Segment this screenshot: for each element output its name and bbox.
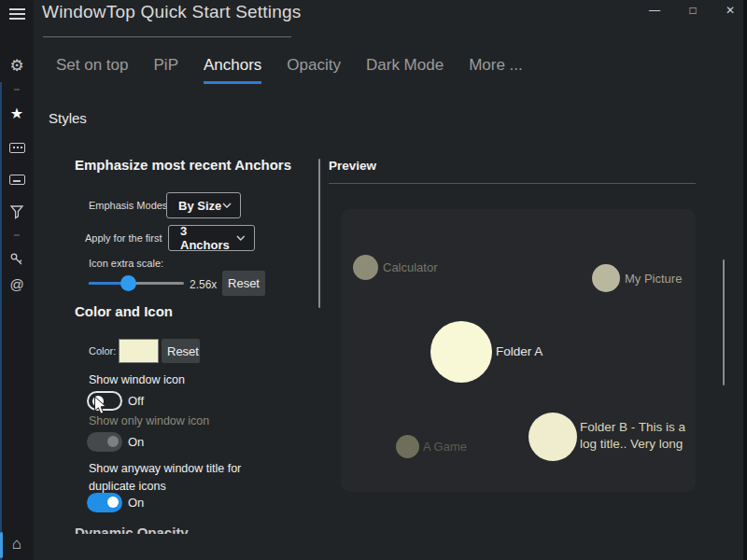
apply-first-value: 3 Anchors bbox=[180, 224, 236, 252]
emphasis-mode-value: By Size bbox=[178, 199, 221, 213]
anchor-circle bbox=[353, 255, 378, 280]
window-right-edge bbox=[743, 0, 747, 560]
show-window-icon-label: Show window icon bbox=[89, 373, 185, 386]
anchor-label: A Game bbox=[423, 440, 467, 454]
page-title: Styles bbox=[49, 110, 87, 126]
icon-scale-slider-thumb[interactable] bbox=[120, 275, 136, 291]
filter-icon[interactable] bbox=[0, 204, 34, 223]
gear-icon[interactable]: ⚙ bbox=[0, 56, 34, 76]
right-scrollbar-thumb[interactable] bbox=[723, 259, 725, 385]
tab-more[interactable]: More ... bbox=[469, 56, 523, 84]
mouse-cursor bbox=[93, 396, 108, 420]
keyboard-icon[interactable] bbox=[0, 172, 34, 189]
tab-set-on-top[interactable]: Set on top bbox=[56, 56, 129, 84]
color-swatch[interactable] bbox=[119, 339, 159, 363]
chevron-down-icon bbox=[236, 235, 246, 241]
anchor-label: My Picture bbox=[625, 272, 682, 286]
show-anyway-label: Show anyway window title for duplicate i… bbox=[89, 460, 280, 497]
anchor-circle bbox=[430, 321, 492, 383]
left-scrollbar-thumb[interactable] bbox=[318, 159, 320, 308]
close-button[interactable]: ✕ bbox=[715, 0, 745, 22]
anchor-label: Calculator bbox=[383, 260, 438, 274]
hamburger-menu-icon[interactable] bbox=[0, 6, 34, 22]
preview-heading: Preview bbox=[329, 159, 376, 173]
anchor-circle bbox=[396, 435, 419, 458]
sidebar-separator bbox=[14, 234, 20, 236]
preview-divider bbox=[329, 183, 696, 184]
emphasis-mode-dropdown[interactable]: By Size bbox=[166, 192, 241, 218]
anchor-label: Folder B - This is a log title.. Very lo… bbox=[580, 419, 703, 453]
apply-first-dropdown[interactable]: 3 Anchors bbox=[168, 225, 255, 251]
anchor-circle bbox=[529, 413, 577, 461]
title-divider bbox=[43, 36, 291, 37]
icon-extra-scale-label: Icon extra scale: bbox=[89, 258, 163, 269]
minimize-button[interactable]: — bbox=[640, 0, 669, 22]
at-sign-icon[interactable]: @ bbox=[0, 276, 34, 292]
show-window-icon-state: Off bbox=[128, 394, 144, 408]
color-reset-button[interactable]: Reset bbox=[162, 339, 200, 363]
next-section-heading-clipped: Dynamic Opacity bbox=[75, 525, 280, 534]
show-only-window-icon-state: On bbox=[128, 435, 144, 449]
scale-reset-button[interactable]: Reset bbox=[222, 271, 265, 296]
tab-dark-mode[interactable]: Dark Mode bbox=[366, 56, 444, 84]
tab-opacity[interactable]: Opacity bbox=[287, 56, 341, 84]
emphasize-section-heading: Emphasize most recent Anchors bbox=[75, 157, 291, 173]
emphasis-modes-label: Emphasis Modes: bbox=[89, 200, 170, 211]
apply-first-label: Apply for the first bbox=[85, 232, 162, 244]
color-label: Color: bbox=[89, 345, 116, 357]
show-anyway-toggle[interactable] bbox=[87, 493, 122, 512]
tab-pip[interactable]: PiP bbox=[154, 56, 178, 84]
pinned-window-icon[interactable] bbox=[0, 140, 34, 157]
sidebar-separator bbox=[14, 89, 20, 91]
tab-bar: Set on top PiP Anchors Opacity Dark Mode… bbox=[56, 56, 523, 84]
window-title: WindowTop Quick Start Settings bbox=[42, 2, 301, 22]
show-anyway-state: On bbox=[128, 496, 144, 510]
windowtop-settings-window: ⚙ ★ @ ⌂ WindowTop Quick Start Settings —… bbox=[0, 0, 747, 560]
home-icon[interactable]: ⌂ bbox=[0, 535, 34, 553]
icon-scale-value: 2.56x bbox=[190, 278, 217, 291]
key-icon[interactable] bbox=[0, 252, 34, 271]
anchor-circle bbox=[592, 264, 620, 292]
maximize-button[interactable]: □ bbox=[678, 0, 708, 22]
show-only-window-icon-toggle[interactable] bbox=[87, 432, 122, 452]
anchor-label: Folder A bbox=[496, 344, 543, 358]
tab-anchors[interactable]: Anchors bbox=[204, 56, 261, 84]
color-icon-section-heading: Color and Icon bbox=[75, 303, 173, 319]
chevron-down-icon bbox=[222, 203, 232, 208]
star-icon[interactable]: ★ bbox=[0, 105, 34, 122]
